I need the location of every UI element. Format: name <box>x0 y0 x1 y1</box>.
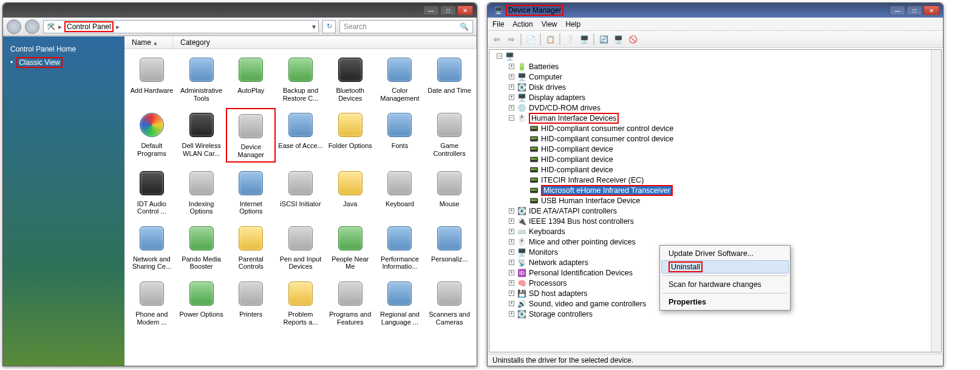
scrollbar[interactable] <box>931 50 941 352</box>
back-button[interactable] <box>7 19 21 34</box>
cp-item[interactable]: Internet Options <box>226 166 276 218</box>
dm-titlebar[interactable]: 🖥️ Device Manager — □ ✕ <box>488 3 943 18</box>
expand-icon[interactable]: + <box>509 301 514 306</box>
expand-icon[interactable]: + <box>509 84 514 90</box>
cp-item[interactable]: Scanners and Cameras <box>424 277 474 328</box>
ctx-update-driver[interactable]: Update Driver Software... <box>661 247 789 260</box>
tree-node[interactable]: 📟Microsoft eHome Infrared Transceiver <box>491 185 941 195</box>
device-tree[interactable]: −🖥️+🔋Batteries+🖥️Computer+💽Disk drives+🖥… <box>489 49 942 352</box>
collapse-icon[interactable]: − <box>497 53 502 59</box>
column-category[interactable]: Category <box>173 36 477 49</box>
cp-item[interactable]: Device Manager <box>226 108 276 162</box>
cp-item[interactable]: Performance Informatio... <box>375 221 425 273</box>
cp-item[interactable]: Game Controllers <box>424 108 474 162</box>
menu-file[interactable]: File <box>492 20 504 29</box>
expand-icon[interactable]: + <box>509 260 514 265</box>
expand-icon[interactable]: + <box>509 280 514 286</box>
cp-item[interactable]: AutoPlay <box>226 53 276 104</box>
expand-icon[interactable]: + <box>509 218 514 224</box>
cp-item[interactable]: Folder Options <box>325 108 375 162</box>
cp-item[interactable]: iSCSI Initiator <box>276 166 325 218</box>
cp-item[interactable]: Default Programs <box>127 108 177 162</box>
expand-icon[interactable]: + <box>509 249 514 255</box>
address-bar[interactable]: 🛠️ ▸ Control Panel ▸ ▾ <box>43 20 319 33</box>
cp-item[interactable]: Fonts <box>375 108 425 162</box>
ctx-uninstall[interactable]: Uninstall <box>661 260 789 274</box>
tree-node[interactable]: 📟HID-compliant consumer control device <box>491 133 941 144</box>
toolbar-help-icon[interactable]: ❔ <box>563 33 576 46</box>
menu-help[interactable]: Help <box>566 20 581 29</box>
cp-item[interactable]: Color Management <box>375 53 425 104</box>
minimize-button[interactable]: — <box>423 5 439 15</box>
menu-action[interactable]: Action <box>512 20 533 29</box>
ctx-properties[interactable]: Properties <box>661 295 789 309</box>
expand-icon[interactable]: + <box>509 239 514 244</box>
dropdown-chevron-icon[interactable]: ▾ <box>312 22 316 31</box>
cp-item[interactable]: Phone and Modem ... <box>127 277 177 328</box>
tree-node[interactable]: 📟HID-compliant consumer control device <box>491 123 941 133</box>
cp-titlebar[interactable]: — □ ✕ <box>3 3 477 18</box>
expand-icon[interactable]: + <box>509 105 514 110</box>
cp-item[interactable]: Mouse <box>424 166 474 218</box>
cp-item[interactable]: Ease of Acce... <box>276 108 325 162</box>
tree-node[interactable]: 📟HID-compliant device <box>491 144 941 154</box>
expand-icon[interactable]: + <box>509 208 514 214</box>
maximize-button[interactable]: □ <box>907 5 922 15</box>
column-name[interactable]: Name <box>124 36 173 49</box>
collapse-icon[interactable]: − <box>509 115 514 121</box>
cp-item[interactable]: Printers <box>226 277 276 328</box>
tree-node[interactable]: +💽IDE ATA/ATAPI controllers <box>491 206 941 216</box>
tree-node[interactable]: −🖱️Human Interface Devices <box>491 113 941 123</box>
tree-node[interactable]: +🖥️Computer <box>491 72 941 82</box>
tree-node[interactable]: +🔌IEEE 1394 Bus host controllers <box>491 216 941 226</box>
refresh-button[interactable]: ↻ <box>322 20 336 33</box>
cp-item[interactable]: Backup and Restore C... <box>276 53 325 104</box>
cp-item[interactable]: Problem Reports a... <box>276 277 325 328</box>
expand-icon[interactable]: + <box>509 291 514 296</box>
tree-node[interactable]: 📟HID-compliant device <box>491 154 941 164</box>
toolbar-back-icon[interactable]: ⇦ <box>490 33 503 46</box>
cp-item[interactable]: Keyboard <box>375 166 425 218</box>
toolbar-uninstall-icon[interactable]: 🖥️ <box>611 33 625 46</box>
tree-node[interactable]: +🔋Batteries <box>491 61 941 72</box>
close-button[interactable]: ✕ <box>457 5 473 15</box>
toolbar-show-hidden-icon[interactable]: 📄 <box>524 33 537 46</box>
expand-icon[interactable]: + <box>509 64 514 69</box>
toolbar-forward-icon[interactable]: ⇨ <box>505 33 518 46</box>
minimize-button[interactable]: — <box>890 5 905 15</box>
expand-icon[interactable]: + <box>509 74 514 79</box>
expand-icon[interactable]: + <box>509 229 514 234</box>
cp-item[interactable]: IDT Audio Control ... <box>127 166 177 218</box>
tree-node[interactable]: −🖥️ <box>491 51 941 61</box>
tree-node[interactable]: 📟USB Human Interface Device <box>491 195 941 206</box>
expand-icon[interactable]: + <box>509 311 514 317</box>
expand-icon[interactable]: + <box>509 270 514 275</box>
sidebar-home-link[interactable]: Control Panel Home <box>10 45 117 53</box>
tree-node[interactable]: +💿DVD/CD-ROM drives <box>491 103 941 113</box>
cp-item[interactable]: Administrative Tools <box>177 53 226 104</box>
cp-item[interactable]: Personaliz... <box>424 221 474 273</box>
tree-node[interactable]: 📟HID-compliant device <box>491 164 941 175</box>
cp-item[interactable]: Network and Sharing Ce... <box>127 221 177 273</box>
toolbar-disable-icon[interactable]: 🚫 <box>626 33 639 46</box>
cp-item[interactable]: People Near Me <box>325 221 375 273</box>
breadcrumb[interactable]: Control Panel <box>64 21 114 32</box>
cp-item[interactable]: Indexing Options <box>177 166 226 218</box>
ctx-scan-hardware[interactable]: Scan for hardware changes <box>661 278 789 291</box>
tree-node[interactable]: +⌨️Keyboards <box>491 226 941 237</box>
cp-item[interactable]: Add Hardware <box>127 53 177 104</box>
toolbar-update-driver-icon[interactable]: 🔄 <box>597 33 610 46</box>
cp-item[interactable]: Regional and Language ... <box>375 277 425 328</box>
tree-node[interactable]: 📟ITECIR Infrared Receiver (EC) <box>491 175 941 185</box>
cp-item[interactable]: Pen and Input Devices <box>276 221 325 273</box>
toolbar-scan-icon[interactable]: 🖥️ <box>577 33 591 46</box>
cp-item[interactable]: Programs and Features <box>325 277 375 328</box>
forward-button[interactable] <box>25 19 39 34</box>
menu-view[interactable]: View <box>542 20 557 29</box>
search-input[interactable]: Search 🔍 <box>339 20 473 33</box>
close-button[interactable]: ✕ <box>924 5 939 15</box>
sidebar-classic-view[interactable]: Classic View <box>16 57 63 68</box>
cp-item[interactable]: Java <box>325 166 375 218</box>
cp-item[interactable]: Parental Controls <box>226 221 276 273</box>
cp-item[interactable]: Pando Media Booster <box>177 221 226 273</box>
